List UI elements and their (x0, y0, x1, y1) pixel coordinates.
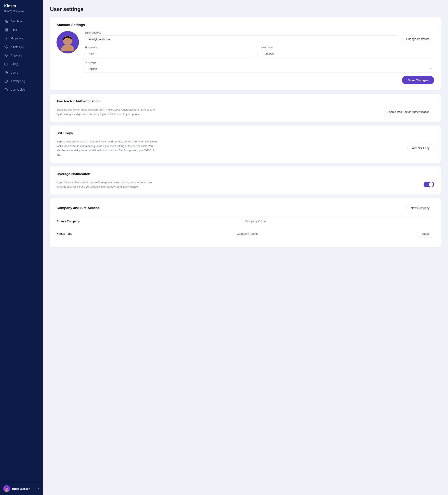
migrations-icon (4, 36, 8, 41)
sidebar-item-analytics-label: Analytics (11, 54, 22, 57)
company-access-title: Company and Site Access (56, 206, 100, 210)
sidebar-user-name: Brian Jackson (12, 487, 36, 490)
table-row: Kinsta Test Company Admin Leave (56, 226, 434, 241)
footer-chevron-icon: ▾ (38, 487, 40, 490)
company-access-header: Company and Site Access New Company (56, 204, 434, 212)
sidebar-footer[interactable]: Brian Jackson ▾ (0, 482, 43, 495)
tfa-description: Enabling two factor authentication (2FA)… (56, 108, 158, 116)
toggle-track (424, 182, 434, 187)
svg-point-6 (5, 71, 7, 72)
ssh-body: SSH access allows you to log into a comm… (56, 139, 434, 157)
table-row: Brian's Company Company Owner (56, 216, 434, 226)
sidebar-item-analytics[interactable]: Analytics (0, 51, 43, 60)
page-title: User settings (50, 6, 441, 12)
company-action-cell-2: Leave (417, 230, 434, 238)
sidebar-item-users[interactable]: Users (0, 68, 43, 77)
company-name-cell: Brian's Company (56, 220, 245, 223)
ssh-keys-title: SSH Keys (56, 131, 434, 135)
sidebar-item-kinsta-dns[interactable]: Kinsta DNS (0, 43, 43, 51)
account-settings-card: Account Settings Email address Change Pa… (50, 17, 441, 90)
sidebar-item-users-label: Users (11, 71, 18, 74)
overage-body: If you hit your plan's visitor cap we'll… (56, 180, 434, 189)
overage-toggle[interactable] (424, 182, 434, 187)
users-icon (4, 70, 8, 75)
company-table: Brian's Company Company Owner Kinsta Tes… (56, 216, 434, 241)
company-name-cell-2: Kinsta Test (56, 232, 237, 235)
ssh-description: SSH access allows you to log into a comm… (56, 139, 158, 157)
user-guide-icon (4, 88, 8, 92)
company-name: Brian's Company (4, 10, 24, 13)
sidebar-item-billing[interactable]: Billing (0, 60, 43, 68)
sidebar-item-migrations[interactable]: Migrations (0, 34, 43, 43)
sidebar-item-activity-log[interactable]: Activity Log (0, 77, 43, 85)
company-role-cell-2: Company Admin (237, 232, 417, 235)
svg-rect-2 (6, 30, 7, 31)
sidebar-item-sites-label: Sites (11, 28, 17, 31)
svg-rect-4 (4, 63, 8, 65)
company-role-cell: Company Owner (245, 220, 434, 223)
overage-notification-card: Overage Notification If you hit your pla… (50, 166, 441, 195)
sidebar: Kinsta Brian's Company ▾ Dashboard Sites… (0, 0, 43, 495)
leave-company-button[interactable]: Leave (417, 230, 434, 238)
sites-icon (4, 28, 8, 32)
activity-log-icon (4, 79, 8, 83)
home-icon (4, 19, 8, 23)
svg-point-15 (5, 487, 8, 489)
svg-rect-3 (5, 30, 6, 31)
account-form: Email address Change Password First name… (84, 31, 434, 84)
sidebar-item-dashboard-label: Dashboard (11, 20, 25, 23)
disable-2fa-button[interactable]: Disable Two Factor Authentication (382, 108, 434, 116)
svg-point-18 (61, 44, 74, 51)
chevron-down-icon: ▾ (25, 10, 27, 12)
company-switcher[interactable]: Brian's Company ▾ (4, 9, 39, 13)
new-company-button[interactable]: New Company (406, 204, 434, 212)
nav-list: Dashboard Sites Migrations Kinsta DNS An… (0, 15, 43, 482)
save-changes-button[interactable]: Save Changes (402, 76, 434, 84)
sidebar-item-billing-label: Billing (11, 62, 18, 66)
last-name-label: Last name (261, 46, 434, 49)
overage-description: If you hit your plan's visitor cap we'll… (56, 180, 158, 189)
two-factor-title: Two Factor Authentication (56, 99, 434, 103)
language-select[interactable]: English Spanish French (84, 65, 434, 73)
dns-icon (4, 45, 8, 49)
sidebar-item-activity-log-label: Activity Log (11, 80, 25, 83)
svg-rect-1 (6, 29, 7, 30)
sidebar-item-user-guide[interactable]: User Guide (0, 85, 43, 94)
change-password-button[interactable]: Change Password (402, 35, 434, 43)
language-label: Language (84, 61, 434, 64)
analytics-icon (4, 54, 8, 57)
sidebar-item-dashboard[interactable]: Dashboard (0, 17, 43, 26)
user-avatar (56, 31, 79, 54)
ssh-keys-card: SSH Keys SSH access allows you to log in… (50, 125, 441, 163)
two-factor-card: Two Factor Authentication Enabling two f… (50, 94, 441, 122)
first-name-label: First name (84, 46, 258, 49)
billing-icon (4, 62, 8, 66)
sidebar-logo: Kinsta Brian's Company ▾ (0, 0, 43, 15)
account-settings-title: Account Settings (56, 23, 434, 27)
sidebar-item-kinsta-dns-label: Kinsta DNS (11, 45, 25, 49)
svg-point-16 (5, 489, 9, 492)
company-access-card: Company and Site Access New Company Bria… (50, 198, 441, 247)
email-field[interactable] (84, 35, 398, 43)
overage-title: Overage Notification (56, 172, 434, 176)
sidebar-item-sites[interactable]: Sites (0, 26, 43, 34)
language-select-wrapper: English Spanish French ▾ (84, 65, 434, 73)
add-ssh-key-button[interactable]: Add SSH Key (407, 144, 434, 152)
sidebar-item-user-guide-label: User Guide (11, 88, 25, 91)
kinsta-logo: Kinsta (4, 4, 39, 8)
sidebar-item-migrations-label: Migrations (11, 37, 24, 40)
email-label: Email address (84, 31, 398, 34)
first-name-field[interactable] (84, 50, 258, 58)
avatar (3, 485, 10, 492)
tfa-body: Enabling two factor authentication (2FA)… (56, 108, 434, 116)
main-content: User settings Account Settings Email add… (43, 0, 448, 495)
last-name-field[interactable] (261, 50, 434, 58)
svg-rect-0 (5, 29, 6, 30)
